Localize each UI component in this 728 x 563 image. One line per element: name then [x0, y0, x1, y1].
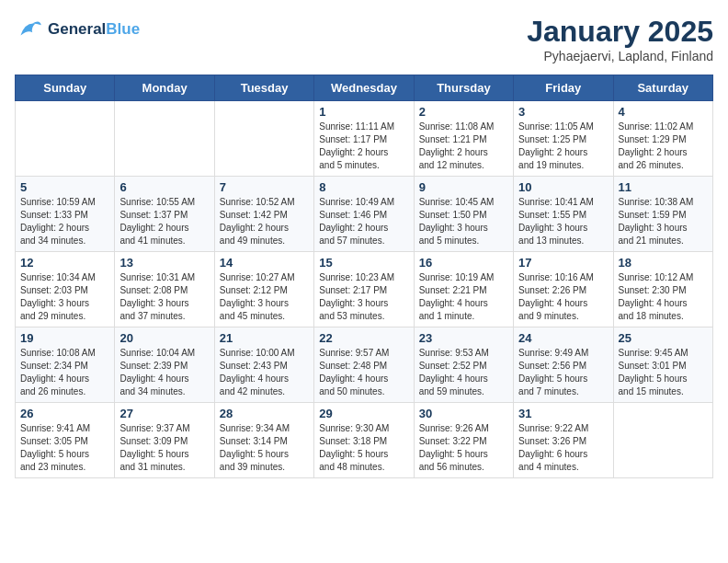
calendar-cell: 12Sunrise: 10:34 AMSunset: 2:03 PMDaylig… [16, 252, 115, 327]
day-info: Sunrise: 10:41 AMSunset: 1:55 PMDaylight… [518, 196, 608, 247]
calendar-week-1: 1Sunrise: 11:11 AMSunset: 1:17 PMDayligh… [16, 101, 713, 177]
calendar-cell: 19Sunrise: 10:08 AMSunset: 2:34 PMDaylig… [16, 327, 115, 403]
day-info: Sunrise: 10:08 AMSunset: 2:34 PMDaylight… [20, 347, 109, 398]
calendar-cell: 17Sunrise: 10:16 AMSunset: 2:26 PMDaylig… [514, 252, 613, 327]
weekday-header-monday: Monday [115, 75, 214, 101]
calendar-cell: 23Sunrise: 9:53 AMSunset: 2:52 PMDayligh… [414, 327, 513, 403]
day-number: 4 [619, 105, 708, 119]
day-info: Sunrise: 10:49 AMSunset: 1:46 PMDaylight… [319, 196, 408, 247]
calendar-week-5: 26Sunrise: 9:41 AMSunset: 3:05 PMDayligh… [16, 403, 713, 478]
day-info: Sunrise: 10:27 AMSunset: 2:12 PMDaylight… [220, 271, 309, 323]
calendar-week-4: 19Sunrise: 10:08 AMSunset: 2:34 PMDaylig… [16, 327, 713, 403]
calendar-cell [115, 101, 214, 177]
page-header: GeneralBlue January 2025 Pyhaejaervi, La… [15, 15, 713, 63]
day-number: 31 [518, 407, 608, 420]
calendar-cell: 13Sunrise: 10:31 AMSunset: 2:08 PMDaylig… [115, 252, 214, 327]
day-number: 5 [20, 180, 109, 194]
calendar-cell: 9Sunrise: 10:45 AMSunset: 1:50 PMDayligh… [414, 177, 513, 252]
calendar-week-2: 5Sunrise: 10:59 AMSunset: 1:33 PMDayligh… [16, 177, 713, 252]
day-number: 21 [220, 331, 309, 345]
weekday-header-sunday: Sunday [16, 75, 115, 101]
calendar-title: January 2025 [527, 15, 713, 49]
calendar-cell: 2Sunrise: 11:08 AMSunset: 1:21 PMDayligh… [414, 101, 513, 177]
day-number: 6 [119, 180, 209, 194]
calendar-table: SundayMondayTuesdayWednesdayThursdayFrid… [15, 75, 713, 478]
logo-bird-icon [15, 15, 44, 44]
calendar-cell: 11Sunrise: 10:38 AMSunset: 1:59 PMDaylig… [613, 177, 712, 252]
day-info: Sunrise: 11:08 AMSunset: 1:21 PMDaylight… [419, 121, 508, 172]
logo-text: GeneralBlue [48, 20, 140, 39]
day-info: Sunrise: 10:19 AMSunset: 2:21 PMDaylight… [419, 271, 508, 323]
calendar-cell: 14Sunrise: 10:27 AMSunset: 2:12 PMDaylig… [214, 252, 313, 327]
day-number: 25 [619, 331, 708, 345]
weekday-header-thursday: Thursday [414, 75, 513, 101]
calendar-cell [214, 101, 313, 177]
day-number: 23 [419, 331, 508, 345]
weekday-header-row: SundayMondayTuesdayWednesdayThursdayFrid… [16, 75, 713, 101]
day-info: Sunrise: 9:45 AMSunset: 3:01 PMDaylight:… [619, 347, 708, 398]
day-number: 15 [319, 256, 408, 270]
calendar-cell: 10Sunrise: 10:41 AMSunset: 1:55 PMDaylig… [514, 177, 613, 252]
day-number: 10 [518, 180, 608, 194]
day-info: Sunrise: 10:12 AMSunset: 2:30 PMDaylight… [619, 271, 708, 323]
day-number: 18 [619, 256, 708, 270]
day-number: 22 [319, 331, 408, 345]
day-number: 29 [319, 407, 408, 420]
day-info: Sunrise: 10:23 AMSunset: 2:17 PMDaylight… [319, 271, 408, 323]
day-info: Sunrise: 10:34 AMSunset: 2:03 PMDaylight… [20, 271, 109, 323]
day-info: Sunrise: 9:57 AMSunset: 2:48 PMDaylight:… [319, 347, 408, 398]
day-number: 20 [119, 331, 209, 345]
day-number: 1 [319, 105, 408, 119]
calendar-cell: 15Sunrise: 10:23 AMSunset: 2:17 PMDaylig… [314, 252, 414, 327]
calendar-cell: 4Sunrise: 11:02 AMSunset: 1:29 PMDayligh… [613, 101, 712, 177]
calendar-cell: 8Sunrise: 10:49 AMSunset: 1:46 PMDayligh… [314, 177, 414, 252]
day-number: 16 [419, 256, 508, 270]
calendar-cell: 25Sunrise: 9:45 AMSunset: 3:01 PMDayligh… [613, 327, 712, 403]
day-info: Sunrise: 9:53 AMSunset: 2:52 PMDaylight:… [419, 347, 508, 398]
day-info: Sunrise: 11:11 AMSunset: 1:17 PMDaylight… [319, 121, 408, 172]
day-info: Sunrise: 10:04 AMSunset: 2:39 PMDaylight… [119, 347, 209, 398]
calendar-cell: 16Sunrise: 10:19 AMSunset: 2:21 PMDaylig… [414, 252, 513, 327]
day-info: Sunrise: 9:37 AMSunset: 3:09 PMDaylight:… [119, 422, 209, 474]
day-number: 9 [419, 180, 508, 194]
day-number: 17 [518, 256, 608, 270]
weekday-header-wednesday: Wednesday [314, 75, 414, 101]
day-info: Sunrise: 9:34 AMSunset: 3:14 PMDaylight:… [220, 422, 309, 474]
title-block: January 2025 Pyhaejaervi, Lapland, Finla… [527, 15, 713, 63]
calendar-cell: 6Sunrise: 10:55 AMSunset: 1:37 PMDayligh… [115, 177, 214, 252]
calendar-cell: 31Sunrise: 9:22 AMSunset: 3:26 PMDayligh… [514, 403, 613, 478]
calendar-cell: 1Sunrise: 11:11 AMSunset: 1:17 PMDayligh… [314, 101, 414, 177]
calendar-cell: 18Sunrise: 10:12 AMSunset: 2:30 PMDaylig… [613, 252, 712, 327]
weekday-header-friday: Friday [514, 75, 613, 101]
day-info: Sunrise: 9:26 AMSunset: 3:22 PMDaylight:… [419, 422, 508, 474]
calendar-cell: 30Sunrise: 9:26 AMSunset: 3:22 PMDayligh… [414, 403, 513, 478]
day-info: Sunrise: 10:45 AMSunset: 1:50 PMDaylight… [419, 196, 508, 247]
day-number: 7 [220, 180, 309, 194]
day-info: Sunrise: 11:05 AMSunset: 1:25 PMDaylight… [518, 121, 608, 172]
day-number: 14 [220, 256, 309, 270]
calendar-cell: 5Sunrise: 10:59 AMSunset: 1:33 PMDayligh… [16, 177, 115, 252]
day-number: 8 [319, 180, 408, 194]
day-info: Sunrise: 10:59 AMSunset: 1:33 PMDaylight… [20, 196, 109, 247]
calendar-cell [16, 101, 115, 177]
day-info: Sunrise: 9:30 AMSunset: 3:18 PMDaylight:… [319, 422, 408, 474]
calendar-cell: 24Sunrise: 9:49 AMSunset: 2:56 PMDayligh… [514, 327, 613, 403]
day-info: Sunrise: 10:55 AMSunset: 1:37 PMDaylight… [119, 196, 209, 247]
day-info: Sunrise: 10:31 AMSunset: 2:08 PMDaylight… [119, 271, 209, 323]
calendar-subtitle: Pyhaejaervi, Lapland, Finland [527, 49, 713, 63]
calendar-week-3: 12Sunrise: 10:34 AMSunset: 2:03 PMDaylig… [16, 252, 713, 327]
day-number: 2 [419, 105, 508, 119]
day-info: Sunrise: 11:02 AMSunset: 1:29 PMDaylight… [619, 121, 708, 172]
day-info: Sunrise: 10:16 AMSunset: 2:26 PMDaylight… [518, 271, 608, 323]
calendar-cell: 20Sunrise: 10:04 AMSunset: 2:39 PMDaylig… [115, 327, 214, 403]
day-number: 13 [119, 256, 209, 270]
day-info: Sunrise: 10:00 AMSunset: 2:43 PMDaylight… [220, 347, 309, 398]
day-number: 27 [119, 407, 209, 420]
calendar-cell [613, 403, 712, 478]
day-number: 11 [619, 180, 708, 194]
calendar-cell: 29Sunrise: 9:30 AMSunset: 3:18 PMDayligh… [314, 403, 414, 478]
calendar-cell: 21Sunrise: 10:00 AMSunset: 2:43 PMDaylig… [214, 327, 313, 403]
calendar-cell: 28Sunrise: 9:34 AMSunset: 3:14 PMDayligh… [214, 403, 313, 478]
calendar-body: 1Sunrise: 11:11 AMSunset: 1:17 PMDayligh… [16, 101, 713, 478]
calendar-cell: 7Sunrise: 10:52 AMSunset: 1:42 PMDayligh… [214, 177, 313, 252]
